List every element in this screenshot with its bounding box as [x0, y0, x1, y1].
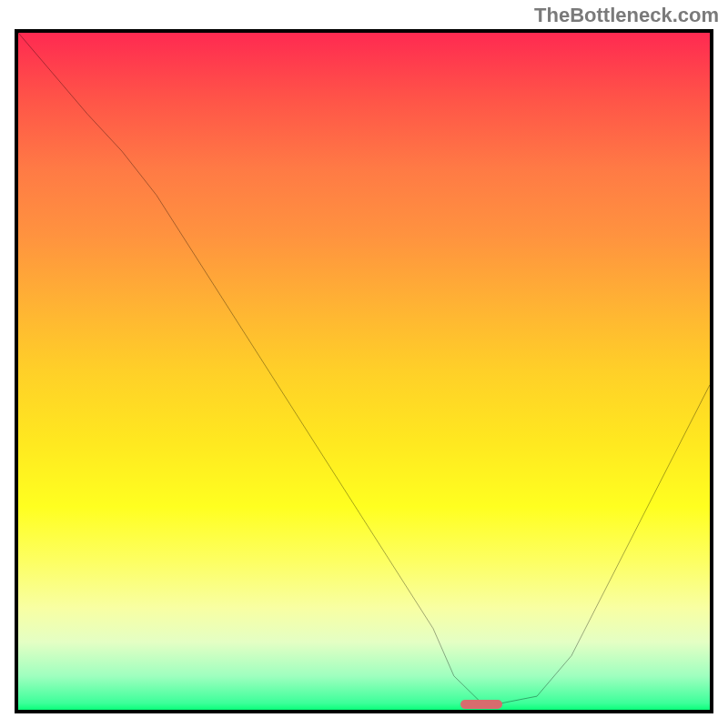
optimal-marker: [460, 700, 502, 709]
chart-plot-area: [15, 29, 713, 713]
curve-path: [18, 33, 710, 703]
watermark-text: TheBottleneck.com: [534, 4, 719, 27]
bottleneck-curve: [18, 33, 710, 710]
